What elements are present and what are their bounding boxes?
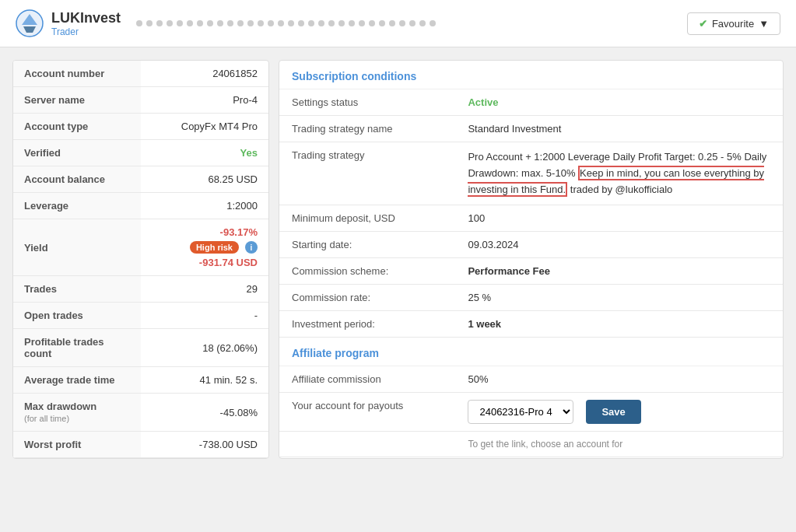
row-value: 41 min. 52 s. [141,367,268,394]
yield-percent: -93.17% [152,226,258,238]
verified-value: Yes [240,147,258,159]
dot [136,20,142,26]
sub-label: Affiliate commission [279,366,455,393]
row-label: Open trades [13,303,141,329]
table-row: Worst profit -738.00 USD [13,432,268,458]
main-content: Account number 24061852 Server name Pro-… [0,47,796,471]
table-row: To get the link, choose an account for [279,432,783,457]
header: LUKInvest Trader ✔ [0,0,796,47]
dot [308,20,314,26]
info-icon[interactable]: i [245,241,258,254]
favourite-button[interactable]: ✔ Favourite ▼ [687,12,780,35]
dot [217,20,223,26]
sub-value: 24062316-Pro 4 Save [455,393,783,432]
dot [389,20,395,26]
sub-value: Performance Fee [455,258,783,285]
left-panel: Account number 24061852 Server name Pro-… [12,60,269,459]
settings-status-value: Active [468,96,498,108]
row-label: Profitable trades count [13,329,141,367]
row-label: Trades [13,276,141,303]
affiliate-table: Affiliate commission 50% Your account fo… [279,366,783,457]
table-row: Leverage 1:2000 [13,193,268,219]
favourite-label: Favourite [712,18,754,30]
dot [156,20,163,26]
sub-value: Active [455,89,783,116]
sub-label: Starting date: [279,232,455,258]
table-row: Server name Pro-4 [13,87,268,114]
row-value: -93.17% High risk i -931.74 USD [141,219,268,276]
strategy-text: Pro Account + 1:2000 Leverage Daily Prof… [468,151,766,197]
dot [430,20,436,26]
dot [177,20,183,26]
row-label: Account type [13,114,141,140]
save-button[interactable]: Save [586,400,640,424]
row-value: Pro-4 [141,87,268,114]
row-label: Server name [13,87,141,114]
table-row: Account balance 68.25 USD [13,166,268,193]
logo-area: LUKInvest Trader [16,9,121,37]
app-name: LUKInvest [51,10,121,26]
dot [399,20,405,26]
commission-scheme-value: Performance Fee [468,265,550,277]
logo-text: LUKInvest Trader [51,10,121,37]
right-panel: Subscription conditions Settings status … [279,60,784,459]
investment-period-value: 1 week [468,318,501,330]
row-label: Max drawdown(for all time) [13,394,141,432]
row-label: Yield [13,219,141,276]
sub-value: 50% [455,366,783,393]
subscription-table: Settings status Active Trading strategy … [279,89,783,338]
row-value: 29 [141,276,268,303]
row-value: 68.25 USD [141,166,268,193]
yield-row: Yield -93.17% High risk i -931.74 USD [13,219,268,276]
account-payout-select[interactable]: 24062316-Pro 4 [468,400,573,424]
dot [268,20,274,26]
row-value: - [141,303,268,329]
sub-value: To get the link, choose an account for [455,432,783,457]
dot [379,20,385,26]
table-row: Account number 24061852 [13,61,268,87]
chevron-down-icon: ▼ [759,18,769,30]
dot [419,20,426,26]
dot [369,20,375,26]
app-subtitle: Trader [51,26,121,37]
table-row: Max drawdown(for all time) -45.08% [13,394,268,432]
sub-label: Minimum deposit, USD [279,205,455,232]
table-row: Trading strategy name Standard Investmen… [279,116,783,142]
sub-value: 100 [455,205,783,232]
row-value: -45.08% [141,394,268,432]
sub-label [279,432,455,457]
table-row: Open trades - [13,303,268,329]
sub-label: Trading strategy name [279,116,455,142]
row-label: Leverage [13,193,141,219]
dot [338,20,345,26]
sub-value: 1 week [455,311,783,338]
table-row: Investment period: 1 week [279,311,783,338]
high-risk-badge: High risk [190,241,239,254]
sub-value: 09.03.2024 [455,232,783,258]
yield-usd: -931.74 USD [152,257,258,268]
row-value: 24061852 [141,61,268,87]
row-label: Account number [13,61,141,87]
table-row: Commission rate: 25 % [279,285,783,311]
row-label: Worst profit [13,432,141,458]
dot [328,20,335,26]
table-row: Minimum deposit, USD 100 [279,205,783,232]
sub-label: Commission rate: [279,285,455,311]
row-label: Average trade time [13,367,141,394]
table-row: Average trade time 41 min. 52 s. [13,367,268,394]
dot [288,20,294,26]
dot [278,20,284,26]
dot [298,20,304,26]
dot [167,20,173,26]
dot [247,20,254,26]
table-row: Profitable trades count 18 (62.06%) [13,329,268,367]
dot [409,20,416,26]
dots-decoration [121,20,687,26]
row-value: 18 (62.06%) [141,329,268,367]
account-info-table: Account number 24061852 Server name Pro-… [13,61,268,458]
sub-value: Standard Investment [455,116,783,142]
table-row: Starting date: 09.03.2024 [279,232,783,258]
sub-value: 25 % [455,285,783,311]
subscription-section-title: Subscription conditions [279,61,783,89]
dot [258,20,264,26]
